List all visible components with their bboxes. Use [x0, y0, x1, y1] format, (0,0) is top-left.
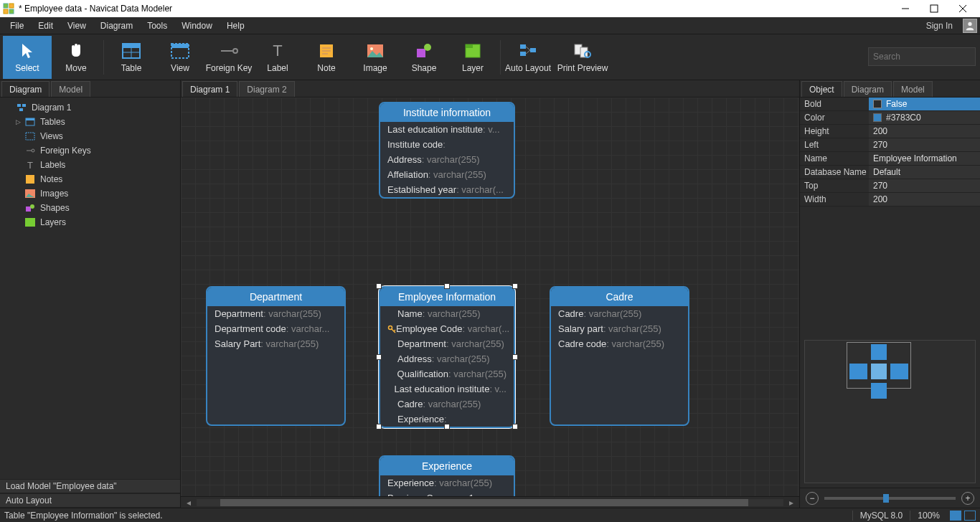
- tool-label[interactable]: T Label: [253, 36, 302, 79]
- horizontal-scrollbar[interactable]: ◂ ▸: [181, 496, 799, 508]
- history-item[interactable]: Load Model "Employee data": [0, 479, 180, 493]
- tab-model-right[interactable]: Model: [893, 81, 933, 97]
- tree-foreign-keys[interactable]: Foreign Keys: [1, 143, 179, 158]
- tool-shape[interactable]: Shape: [400, 36, 448, 79]
- entity-column[interactable]: Address: varchar(255): [380, 152, 514, 167]
- entity-column[interactable]: Institute code:: [380, 137, 514, 152]
- entity-column[interactable]: Salary part: varchar(255): [551, 321, 688, 336]
- resize-handle[interactable]: [376, 283, 382, 289]
- tree-tables[interactable]: ▷Tables: [1, 115, 179, 129]
- entity-column[interactable]: Cadre: varchar(255): [551, 306, 688, 321]
- tool-table[interactable]: Table: [107, 36, 156, 79]
- prop-left[interactable]: Left270: [800, 138, 980, 152]
- tool-foreign-key[interactable]: Foreign Key: [204, 36, 253, 79]
- zoom-slider[interactable]: [824, 497, 956, 500]
- sign-in-link[interactable]: Sign In: [920, 19, 958, 33]
- resize-handle[interactable]: [512, 424, 518, 430]
- entity-column[interactable]: Department: varchar(255): [207, 306, 344, 321]
- prop-top[interactable]: Top270: [800, 179, 980, 193]
- tool-print-preview[interactable]: Print Preview: [552, 36, 613, 79]
- entity-column[interactable]: Established year: varchar(...: [380, 182, 514, 197]
- view-mode-2[interactable]: [964, 511, 976, 521]
- zoom-in-button[interactable]: +: [961, 492, 974, 505]
- scroll-right-icon[interactable]: ▸: [786, 498, 796, 508]
- tree-shapes[interactable]: Shapes: [1, 201, 179, 215]
- menu-edit[interactable]: Edit: [31, 19, 60, 33]
- tree-labels[interactable]: TLabels: [1, 158, 179, 172]
- entity-experience[interactable]: Experience Experience: varchar(255)Previ…: [379, 455, 515, 496]
- entity-column[interactable]: Previous Company 1: varc...: [380, 490, 514, 496]
- svg-text:T: T: [273, 43, 282, 59]
- entity-column[interactable]: Cadre code: varchar(255): [551, 336, 688, 351]
- resize-handle[interactable]: [512, 283, 518, 289]
- canvas[interactable]: Institute information Last education ins…: [181, 98, 799, 496]
- resize-handle[interactable]: [444, 283, 450, 289]
- entity-column[interactable]: Cadre: varchar(255): [380, 397, 514, 412]
- tool-auto-layout[interactable]: Auto Layout: [504, 36, 552, 79]
- tab-object[interactable]: Object: [801, 81, 842, 97]
- prop-bold[interactable]: BoldFalse: [800, 98, 980, 111]
- entity-cadre[interactable]: Cadre Cadre: varchar(255)Salary part: va…: [550, 286, 689, 426]
- diagram-tab-2[interactable]: Diagram 2: [239, 81, 294, 97]
- prop-width[interactable]: Width200: [800, 193, 980, 207]
- minimize-button[interactable]: [891, 0, 920, 17]
- entity-column[interactable]: Experience: varchar(255): [380, 475, 514, 490]
- entity-column[interactable]: Name: varchar(255): [380, 306, 514, 321]
- entity-institute[interactable]: Institute information Last education ins…: [379, 102, 515, 199]
- left-panel: Diagram Model Diagram 1 ▷Tables Views Fo…: [0, 80, 181, 508]
- entity-column[interactable]: Last education institute: v...: [380, 122, 514, 137]
- maximize-button[interactable]: [920, 0, 948, 17]
- menu-window[interactable]: Window: [174, 19, 220, 33]
- search-input[interactable]: [873, 52, 980, 62]
- entity-employee[interactable]: Employee Information Name: varchar(255)E…: [379, 286, 515, 428]
- menu-diagram[interactable]: Diagram: [93, 19, 140, 33]
- close-button[interactable]: [948, 0, 977, 17]
- tool-view[interactable]: View: [156, 36, 204, 79]
- resize-handle[interactable]: [376, 354, 382, 360]
- tree-notes[interactable]: Notes: [1, 172, 179, 186]
- prop-database-name[interactable]: Database NameDefault: [800, 166, 980, 179]
- search-box[interactable]: [868, 47, 976, 66]
- menu-tools[interactable]: Tools: [140, 19, 174, 33]
- menu-file[interactable]: File: [3, 19, 31, 33]
- tree-images[interactable]: Images: [1, 186, 179, 201]
- tool-select[interactable]: Select: [3, 36, 52, 79]
- tool-layer[interactable]: Layer: [448, 36, 497, 79]
- right-panel: Object Diagram Model BoldFalse Color#378…: [799, 80, 980, 508]
- tool-note[interactable]: Note: [302, 36, 351, 79]
- tree-diagram1[interactable]: Diagram 1: [1, 100, 179, 115]
- resize-handle[interactable]: [512, 354, 518, 360]
- prop-color[interactable]: Color#3783C0: [800, 111, 980, 125]
- entity-column[interactable]: Employee Code: varchar(...: [380, 321, 514, 336]
- menu-help[interactable]: Help: [220, 19, 252, 33]
- menu-view[interactable]: View: [60, 19, 93, 33]
- minimap[interactable]: [804, 340, 976, 483]
- note-icon: [316, 42, 336, 60]
- entity-column[interactable]: Qualification: varchar(255): [380, 366, 514, 381]
- object-tree: Diagram 1 ▷Tables Views Foreign Keys TLa…: [0, 98, 180, 479]
- entity-column[interactable]: Last education institute: v...: [380, 381, 514, 397]
- resize-handle[interactable]: [376, 424, 382, 430]
- tree-layers[interactable]: Layers: [1, 215, 179, 229]
- view-mode-1[interactable]: [950, 511, 961, 521]
- tree-views[interactable]: Views: [1, 129, 179, 143]
- zoom-out-button[interactable]: −: [806, 492, 819, 505]
- entity-column[interactable]: Salary Part: varchar(255): [207, 336, 344, 351]
- entity-column[interactable]: Department: varchar(255): [380, 336, 514, 351]
- tool-image[interactable]: Image: [351, 36, 400, 79]
- entity-column[interactable]: Affeliation: varchar(255): [380, 167, 514, 182]
- tool-move[interactable]: Move: [52, 36, 100, 79]
- entity-department[interactable]: Department Department: varchar(255)Depar…: [206, 286, 346, 426]
- prop-name[interactable]: NameEmployee Information: [800, 152, 980, 166]
- resize-handle[interactable]: [444, 424, 450, 430]
- tab-model[interactable]: Model: [51, 81, 90, 97]
- diagram-tab-1[interactable]: Diagram 1: [182, 81, 237, 97]
- tab-diagram[interactable]: Diagram: [1, 81, 50, 97]
- history-item[interactable]: Auto Layout: [0, 493, 180, 508]
- user-avatar[interactable]: [963, 19, 977, 33]
- tab-diagram-right[interactable]: Diagram: [844, 81, 892, 97]
- entity-column[interactable]: Address: varchar(255): [380, 351, 514, 366]
- scroll-left-icon[interactable]: ◂: [184, 498, 194, 508]
- prop-height[interactable]: Height200: [800, 125, 980, 138]
- entity-column[interactable]: Department code: varchar...: [207, 321, 344, 336]
